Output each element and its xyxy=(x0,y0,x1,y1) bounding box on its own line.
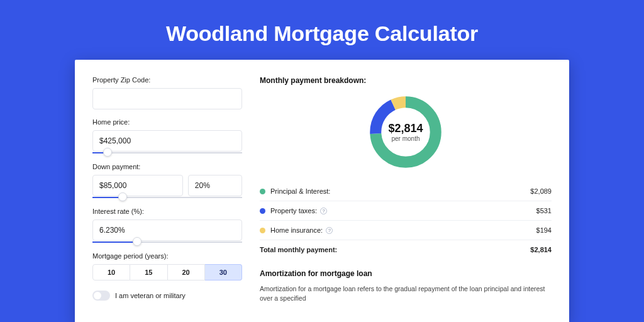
period-buttons: 10152030 xyxy=(92,264,242,280)
rate-field: Interest rate (%): xyxy=(92,208,242,243)
veteran-row: I am veteran or military xyxy=(92,291,242,301)
legend-name: Home insurance: xyxy=(270,226,323,234)
period-field: Mortgage period (years): 10152030 xyxy=(92,252,242,280)
period-label: Mortgage period (years): xyxy=(92,252,242,260)
legend-total-name: Total monthly payment: xyxy=(260,246,337,253)
period-option-30[interactable]: 30 xyxy=(205,264,242,280)
donut-value: $2,814 xyxy=(388,122,423,135)
donut-sub: per month xyxy=(391,135,419,142)
page-title: Woodland Mortgage Calculator xyxy=(0,0,644,60)
legend-value: $2,089 xyxy=(530,187,552,195)
legend-name: Property taxes: xyxy=(270,207,317,214)
price-field: Home price: xyxy=(92,118,242,154)
legend-dot-icon xyxy=(260,228,265,233)
price-input[interactable] xyxy=(92,130,242,152)
breakdown-donut: $2,814 per month xyxy=(366,92,445,172)
down-amount-input[interactable] xyxy=(92,175,183,196)
rate-label: Interest rate (%): xyxy=(92,208,242,215)
zip-input[interactable] xyxy=(92,88,242,109)
legend-total-value: $2,814 xyxy=(530,246,552,253)
legend-value: $194 xyxy=(536,226,552,234)
help-icon[interactable]: ? xyxy=(326,227,333,234)
price-label: Home price: xyxy=(92,118,242,126)
breakdown-panel: Monthly payment breakdown: $2,814 per mo… xyxy=(260,76,552,308)
legend-row: Property taxes:?$531 xyxy=(260,201,552,221)
calculator-card: Property Zip Code: Home price: Down paym… xyxy=(75,60,569,322)
down-label: Down payment: xyxy=(92,163,242,170)
rate-input[interactable] xyxy=(92,219,242,241)
breakdown-heading: Monthly payment breakdown: xyxy=(260,76,552,85)
amortization-heading: Amortization for mortgage loan xyxy=(260,269,552,278)
breakdown-legend: Principal & Interest:$2,089Property taxe… xyxy=(260,182,552,259)
help-icon[interactable]: ? xyxy=(320,208,327,214)
period-option-15[interactable]: 15 xyxy=(130,264,167,280)
zip-field: Property Zip Code: xyxy=(92,76,242,109)
legend-dot-icon xyxy=(260,189,265,194)
legend-value: $531 xyxy=(536,207,552,214)
inputs-panel: Property Zip Code: Home price: Down paym… xyxy=(92,76,242,308)
amortization-section: Amortization for mortgage loan Amortizat… xyxy=(260,269,552,303)
down-slider[interactable] xyxy=(92,196,242,199)
legend-row: Principal & Interest:$2,089 xyxy=(260,182,552,201)
veteran-label: I am veteran or military xyxy=(115,292,186,299)
legend-name: Principal & Interest: xyxy=(270,187,330,195)
down-percent-input[interactable] xyxy=(188,175,242,196)
legend-dot-icon xyxy=(260,208,265,214)
zip-label: Property Zip Code: xyxy=(92,76,242,84)
amortization-text: Amortization for a mortgage loan refers … xyxy=(260,284,552,303)
legend-total-row: Total monthly payment:$2,814 xyxy=(260,240,552,259)
period-option-20[interactable]: 20 xyxy=(168,264,205,280)
price-slider[interactable] xyxy=(92,152,242,154)
legend-row: Home insurance:?$194 xyxy=(260,221,552,240)
down-field: Down payment: xyxy=(92,163,242,199)
veteran-toggle[interactable] xyxy=(92,291,110,301)
rate-slider[interactable] xyxy=(92,241,242,243)
period-option-10[interactable]: 10 xyxy=(92,264,130,280)
